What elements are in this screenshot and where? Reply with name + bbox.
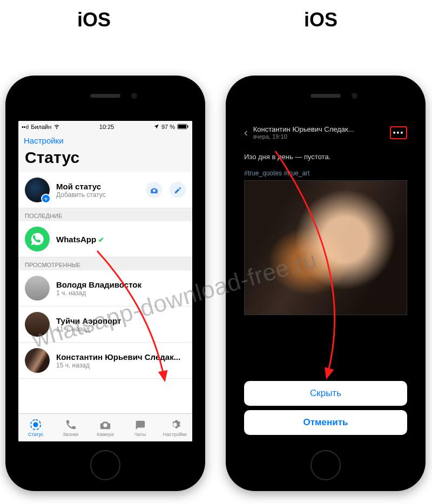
camera-button[interactable] [146,182,162,198]
tab-label: Камера [97,432,113,437]
ios-text: iOS [304,9,338,31]
tab-camera[interactable]: Камера [88,414,123,441]
tab-label: Статус [28,432,43,437]
tab-label: Настройки [163,432,187,437]
cancel-button[interactable]: Отменить [244,410,407,435]
phone-left: ••ıl Билайн 10:25 97 % [5,76,205,491]
tab-status[interactable]: Статус [18,414,53,441]
phone-speaker [310,94,341,98]
section-recent: ПОСЛЕДНИЕ [18,208,192,221]
location-icon [153,124,159,131]
phone-camera [352,93,357,99]
contact-row[interactable]: Туйчи Аэропорт 11 ч. назад [18,307,192,343]
whatsapp-avatar [25,227,50,251]
story-time: вчера, 19:10 [253,133,384,140]
story-caption: Изо дня в день — пустота. [244,153,407,161]
contact-name: Константин Юрьевич Следак... [56,352,186,362]
contact-avatar [25,276,50,301]
my-status-row[interactable]: + Мой статус Добавить статус [18,172,192,208]
whatsapp-status-row[interactable]: WhatsApp✔ [18,221,192,257]
contact-avatar [25,348,50,373]
screen-status-list: ••ıl Билайн 10:25 97 % [18,121,192,441]
my-status-avatar: + [25,178,50,202]
svg-point-3 [33,422,38,427]
tab-chats[interactable]: Чаты [123,414,157,441]
story-author: Константин Юрьевич Следак... [253,125,384,133]
my-status-sub: Добавить статус [56,191,139,199]
tab-bar: Статус Звонки Камера Чаты [18,413,192,441]
signal-icon: ••ıl [22,124,29,130]
wifi-icon [53,123,60,131]
tab-settings[interactable]: Настройки [158,414,192,441]
section-viewed: ПРОСМОТРЕННЫЕ [18,257,192,270]
contact-time: 15 ч. назад [56,362,186,369]
status-bar: ••ıl Билайн 10:25 97 % [18,121,192,133]
contact-avatar [25,312,50,337]
contact-name: Володя Владивосток [56,280,186,289]
whatsapp-name: WhatsApp✔ [56,235,186,244]
contact-time: 1 ч. назад [56,289,186,297]
action-sheet: Скрыть Отменить [239,376,413,441]
back-button[interactable]: ‹ [244,126,248,139]
contact-name: Туйчи Аэропорт [56,316,186,325]
svg-rect-1 [178,125,186,128]
settings-link[interactable]: Настройки [18,133,192,146]
ios-text: iOS [77,9,111,31]
battery-icon [177,124,189,131]
plus-icon: + [41,194,51,203]
edit-button[interactable] [170,182,186,198]
carrier-label: Билайн [31,124,51,130]
contact-time: 11 ч. назад [56,325,186,333]
page-title: Статус [18,146,192,172]
ios-label-right: iOS [304,8,338,31]
verified-icon: ✔ [98,236,104,244]
contact-row[interactable]: Константин Юрьевич Следак... 15 ч. назад [18,343,192,379]
home-button[interactable] [310,450,341,480]
story-header: ‹ Константин Юрьевич Следак... вчера, 19… [239,121,413,143]
clock-label: 10:25 [99,124,114,130]
svg-rect-2 [187,125,188,127]
more-button[interactable]: ••• [390,126,407,139]
tab-label: Звонки [63,432,78,437]
my-status-name: Мой статус [56,182,139,191]
tab-calls[interactable]: Звонки [53,414,87,441]
battery-label: 97 % [161,124,175,130]
home-button[interactable] [90,450,120,480]
story-image [244,180,407,315]
tab-label: Чаты [134,432,146,437]
ios-label-left: iOS [77,8,111,31]
contact-row[interactable]: Володя Владивосток 1 ч. назад [18,270,192,307]
phone-camera [131,93,137,99]
story-tags: #true_quotes #true_art [244,169,407,177]
hide-button[interactable]: Скрыть [244,381,407,406]
screen-story-view: ‹ Константин Юрьевич Следак... вчера, 19… [239,121,413,441]
phone-speaker [90,94,120,98]
phone-right: ‹ Константин Юрьевич Следак... вчера, 19… [226,76,426,491]
